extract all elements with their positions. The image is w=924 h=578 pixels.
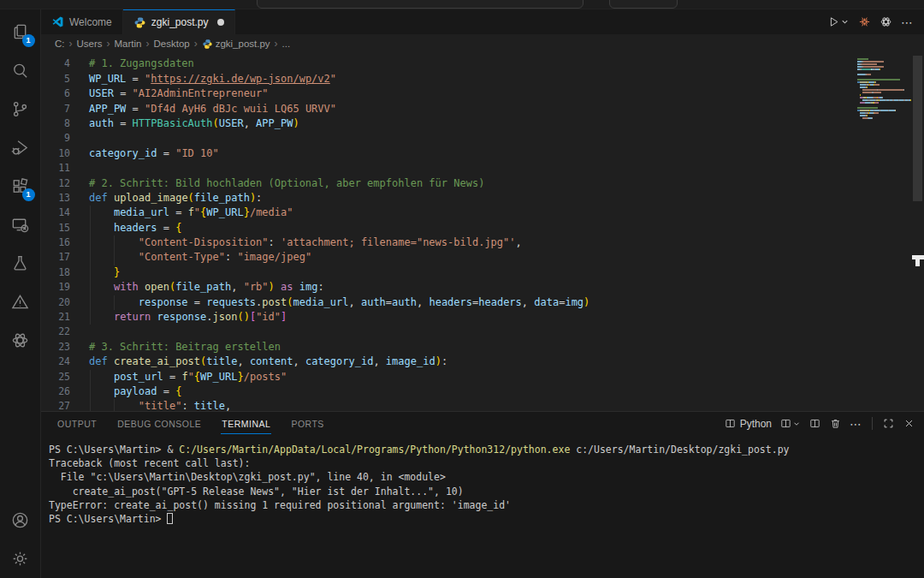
vscode-window: 11 Welcomezgki_post.py	[0, 0, 924, 578]
code-line[interactable]: 7APP_PW = "Df4d AyH6 dBJc wuii LQ65 URVV…	[41, 102, 856, 116]
editor-more-actions-button[interactable]: ⋯	[901, 15, 914, 29]
breadcrumb-item[interactable]: Martin	[115, 39, 142, 49]
close-panel-button[interactable]	[903, 417, 915, 430]
indent-guide	[90, 235, 91, 250]
breadcrumb-item[interactable]: C:	[55, 39, 65, 49]
starburst-extension-icon[interactable]	[858, 15, 871, 28]
code-line[interactable]: 15 headers = {	[41, 221, 856, 235]
extensions-icon[interactable]: 1	[0, 167, 41, 206]
kill-terminal-button[interactable]	[829, 417, 842, 430]
run-python-file-button[interactable]	[827, 15, 850, 28]
line-number: 12	[41, 176, 70, 191]
indent-guide	[114, 235, 115, 250]
badge: 1	[22, 34, 35, 47]
breadcrumb-item[interactable]: zgki_post.py	[202, 39, 270, 50]
breadcrumb-item[interactable]: Desktop	[153, 39, 189, 49]
line-content: }	[70, 265, 856, 280]
line-number: 15	[41, 221, 70, 235]
code-line[interactable]: 11	[41, 161, 856, 176]
activity-bar: 11	[0, 9, 41, 578]
code-line[interactable]: 17 "Content-Type": "image/jpeg"	[41, 250, 856, 265]
breadcrumb: C:›Users›Martin›Desktop›zgki_post.py›...	[41, 34, 924, 53]
breadcrumb-label: zgki_post.py	[216, 39, 270, 49]
warning-triangle-icon[interactable]	[0, 283, 41, 321]
terminal-output[interactable]: PS C:\Users\Martin> & C:/Users/Martin/Ap…	[41, 435, 924, 578]
code-line[interactable]: 27 "title": title,	[41, 399, 856, 411]
line-content: payload = {	[70, 384, 856, 399]
panel-tab-output[interactable]: OUTPUT	[56, 414, 98, 434]
explorer-icon[interactable]: 1	[0, 13, 41, 51]
line-content	[70, 325, 856, 339]
code-editor[interactable]: 34# 1. Zugangsdaten5WP_URL = "https://zg…	[41, 53, 924, 411]
terminal-more-actions-button[interactable]: ⋯	[850, 417, 862, 431]
breadcrumb-item[interactable]: ...	[282, 39, 291, 49]
code-line[interactable]: 4# 1. Zugangsdaten	[41, 57, 856, 71]
code-line[interactable]: 9	[41, 131, 856, 146]
source-control-icon[interactable]	[0, 90, 41, 128]
search-icon[interactable]	[0, 51, 41, 90]
code-line[interactable]: 10category_id = "ID 10"	[41, 146, 856, 161]
split-terminal-button[interactable]	[808, 417, 821, 430]
breadcrumb-separator-icon: ›	[68, 38, 74, 50]
modified-dot-icon[interactable]	[217, 19, 224, 26]
code-line[interactable]: 5WP_URL = "https://zgki.de/wp-json/wp/v2…	[41, 72, 856, 86]
indent-guide	[114, 399, 115, 411]
code-line[interactable]: 26 payload = {	[41, 384, 856, 399]
line-number: 10	[41, 146, 70, 161]
tab-zgki-post-py[interactable]: zgki_post.py	[123, 9, 235, 34]
line-content: "Content-Disposition": 'attachment; file…	[70, 235, 856, 250]
testing-beaker-icon[interactable]	[0, 244, 41, 283]
code-line[interactable]: 19 with open(file_path, "rb") as img:	[41, 280, 856, 295]
line-number: 21	[41, 310, 70, 325]
panel-tab-ports[interactable]: PORTS	[290, 414, 324, 434]
code-line[interactable]: 12# 2. Schritt: Bild hochladen (Optional…	[41, 176, 856, 191]
code-line[interactable]: 18 }	[41, 265, 856, 280]
command-center-search[interactable]	[257, 0, 583, 9]
code-line[interactable]: 16 "Content-Disposition": 'attachment; f…	[41, 235, 856, 250]
line-number: 16	[41, 235, 70, 250]
line-content	[70, 161, 856, 176]
terminal-line: PS C:\Users\Martin>	[49, 512, 924, 526]
remote-disconnected-icon[interactable]	[0, 206, 41, 244]
openai-icon[interactable]	[0, 321, 41, 360]
code-line[interactable]: 8auth = HTTPBasicAuth(USER, APP_PW)	[41, 116, 856, 131]
panel-tab-debug-console[interactable]: DEBUG CONSOLE	[116, 414, 202, 434]
line-number: 17	[41, 250, 70, 265]
line-content: response = requests.post(media_url, auth…	[70, 295, 856, 310]
line-number: 23	[41, 340, 70, 355]
openai-chat-icon[interactable]	[880, 15, 892, 28]
line-content: APP_PW = "Df4d AyH6 dBJc wuii LQ65 URVV"	[70, 102, 856, 116]
code-line[interactable]: 20 response = requests.post(media_url, a…	[41, 295, 856, 310]
breadcrumb-separator-icon: ›	[273, 38, 280, 50]
code-line[interactable]: 6USER = "AI2AdminEntrepreneur"	[41, 86, 856, 101]
run-debug-icon[interactable]	[0, 128, 41, 167]
minimap[interactable]	[857, 56, 907, 120]
account-icon[interactable]	[0, 501, 41, 539]
terminal-line: create_ai_post("GPT-5 Release News", "Hi…	[49, 485, 924, 498]
breadcrumb-item[interactable]: Users	[77, 39, 103, 49]
code-line[interactable]: 21 return response.json()["id"]	[41, 310, 856, 325]
line-content: post_url = f"{WP_URL}/posts"	[70, 370, 856, 384]
launch-profile-button[interactable]	[779, 417, 801, 430]
terminal-line: PS C:\Users\Martin> & C:/Users/Martin/Ap…	[49, 443, 924, 456]
panel-tab-terminal[interactable]: TERMINAL	[221, 414, 271, 434]
line-content: # 3. Schritt: Beitrag erstellen	[70, 340, 856, 355]
scrollbar-thumb[interactable]	[913, 56, 922, 201]
layout-controls[interactable]	[609, 0, 678, 9]
maximize-panel-button[interactable]	[882, 417, 895, 430]
indent-guide	[114, 295, 115, 310]
editor-scrollbar[interactable]	[912, 53, 924, 411]
code-line[interactable]: 25 post_url = f"{WP_URL}/posts"	[41, 370, 856, 384]
code-line[interactable]: 22	[41, 325, 856, 339]
tab-welcome[interactable]: Welcome	[41, 9, 123, 34]
line-number: 19	[41, 280, 70, 295]
breadcrumb-label: ...	[282, 39, 291, 49]
settings-gear-icon[interactable]	[0, 539, 41, 578]
code-line[interactable]: 14 media_url = f"{WP_URL}/media"	[41, 206, 856, 220]
code-line[interactable]: 13def upload_image(file_path):	[41, 191, 856, 206]
code-line[interactable]: 24def create_ai_post(title, content, cat…	[41, 355, 856, 369]
bottom-panel: OUTPUTDEBUG CONSOLETERMINALPORTS Python	[41, 411, 924, 578]
indent-guide	[90, 250, 91, 265]
code-line[interactable]: 23# 3. Schritt: Beitrag erstellen	[41, 340, 856, 355]
terminal-profile[interactable]: Python	[724, 417, 772, 430]
